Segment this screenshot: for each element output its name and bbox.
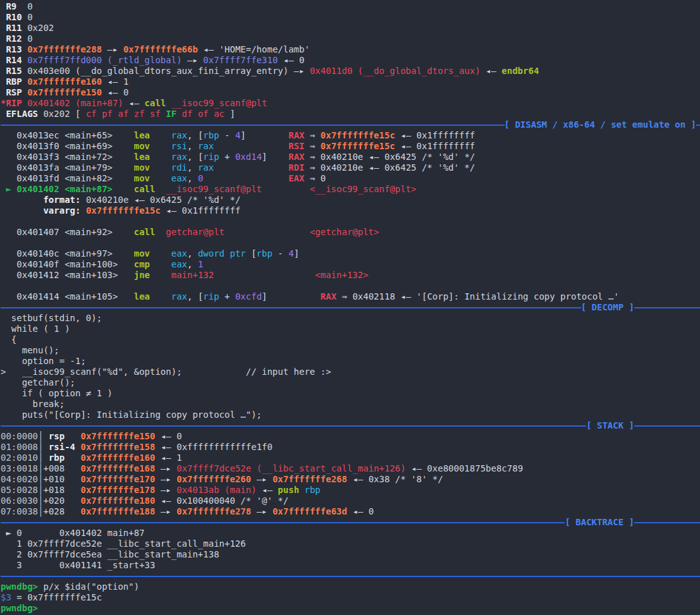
text-segment: {	[1, 334, 16, 344]
disasm-line	[1, 216, 700, 227]
text-segment: -	[219, 130, 235, 140]
text-segment: R15	[1, 66, 27, 76]
text-segment: ⇒	[305, 141, 321, 151]
terminal: R9 0 R10 0 R11 0x202 R12 0 R13 0x7ffffff…	[0, 0, 700, 615]
text-segment: ◂— 'HOME=/home/lamb'	[198, 44, 310, 54]
text-segment	[150, 130, 171, 140]
stack-line: 06:0030│+020 0x7fffffffe180 ◂— 0x1004000…	[1, 496, 700, 506]
separator-line	[634, 307, 700, 308]
gdb-prompt-input-line[interactable]: pwndbg>	[1, 603, 700, 614]
text-segment: rax	[198, 162, 214, 173]
text-segment: 0x7fffffffe268	[273, 474, 347, 484]
text-segment: rbp	[43, 453, 64, 463]
text-segment: option = -1;	[1, 356, 86, 366]
text-segment: pwndbg>	[1, 582, 43, 592]
text-segment: mov	[134, 141, 150, 151]
stack-line: 04:0020│+010 0x7fffffffe170 —▸ 0x7ffffff…	[1, 474, 700, 485]
text-segment	[214, 162, 288, 173]
text-segment: 0x401407 <main+92>	[1, 227, 134, 237]
stack-header-label: [ STACK ]	[586, 420, 634, 431]
text-segment: 0	[27, 1, 32, 11]
text-segment: 0x4013f0 <main+69>	[1, 141, 134, 151]
text-segment: , [	[187, 291, 203, 301]
text-segment: 0x7fffffffe15c	[321, 141, 395, 151]
text-segment	[64, 431, 80, 441]
text-segment	[150, 270, 171, 280]
text-segment: if ( option ≠ 1 )	[1, 388, 113, 398]
text-segment: 1	[198, 259, 203, 269]
disasm-pane: [ DISASM / x86-64 / set emulate on ] 0x4…	[1, 119, 700, 302]
text-segment: ,	[187, 259, 198, 269]
text-segment: EAX	[288, 173, 304, 183]
text-segment: 0x7fffffffe260	[176, 474, 251, 484]
disasm-line: vararg: 0x7fffffffe15c ◂— 0x1ffffffff	[1, 205, 700, 216]
text-segment: 01:0008	[1, 442, 38, 452]
text-segment	[1, 205, 43, 216]
text-segment: df of ac	[176, 109, 230, 119]
text-segment: ⇒ 0	[304, 173, 326, 183]
text-segment: 0x7fffffffe168	[80, 463, 155, 473]
text-segment	[80, 205, 85, 216]
disasm-line: 0x4013fd <main+82> mov eax, 0 EAX ⇒ 0	[1, 173, 700, 184]
text-segment: +	[219, 152, 235, 162]
decomp-header: [ DECOMP ]	[1, 302, 700, 313]
stack-line: 02:0010│ rbp 0x7fffffffe160 ◂— 1	[1, 453, 700, 463]
text-segment: 0x7fffffffe160	[27, 76, 102, 87]
text-segment: 0x7fffffffe180	[80, 496, 155, 506]
text-segment: RAX	[321, 291, 336, 301]
text-segment: 0x4013f3 <main+72>	[1, 152, 134, 162]
text-segment: 04:0020	[1, 474, 38, 484]
registers-line: R13 0x7fffffffe288 —▸ 0x7fffffffe66b ◂— …	[1, 44, 700, 55]
text-segment: setbuf(stdin, 0);	[1, 313, 102, 323]
text-segment: —▸	[102, 44, 123, 54]
disasm-line: 0x4013ec <main+65> lea rax, [rbp - 4] RA…	[1, 130, 700, 141]
text-segment: rsi	[171, 141, 187, 151]
text-segment	[166, 98, 171, 108]
text-segment: 0x4011d0 (__do_global_dtors_aux)	[310, 66, 481, 76]
text-segment: R14	[1, 55, 27, 65]
text-segment: +010	[43, 474, 80, 484]
text-segment: 3 0x401141 _start+33	[1, 560, 155, 570]
text-segment: ◂— 0x1ffffffff	[161, 205, 240, 216]
text-segment: ◂— 0	[278, 55, 304, 65]
disasm-header-label: [ DISASM / x86-64 / set emulate on ]	[505, 119, 696, 130]
text-segment: 0x40140c <main+97>	[1, 248, 134, 259]
separator-line	[634, 425, 700, 427]
text-segment: 0x202	[27, 23, 54, 33]
text-segment: ⇒	[305, 130, 321, 140]
disasm-line	[1, 281, 700, 291]
registers-line: RSP 0x7fffffffe150 ◂— 0	[1, 87, 700, 98]
registers-line: R10 0	[1, 12, 700, 23]
decomp-line: if ( option ≠ 1 )	[1, 388, 700, 399]
text-segment: 0	[27, 33, 32, 44]
text-segment: lea	[134, 152, 150, 162]
text-segment	[1, 195, 43, 205]
decomp-line: menu();	[1, 345, 700, 356]
text-segment: rax	[171, 130, 187, 140]
text-segment: lea	[134, 130, 150, 140]
text-segment: getchar@plt	[166, 227, 224, 237]
text-segment: ◂— 0x1ffffffff	[395, 141, 475, 151]
text-segment: puts("[Corp]: Initializing copy protocol…	[1, 410, 262, 420]
text-segment: —▸	[155, 463, 176, 473]
backtrace-header: [ BACKTRACE ]	[1, 517, 700, 528]
text-segment: 0x401402 (main+87)	[27, 98, 123, 108]
text-segment: ◂— 1	[102, 76, 128, 87]
text-segment: +020	[43, 496, 80, 506]
registers-line: R12 0	[1, 33, 700, 44]
text-segment: pwndbg>	[1, 603, 43, 613]
disasm-header: [ DISASM / x86-64 / set emulate on ]	[1, 119, 700, 130]
disasm-line: 0x4013f3 <main+72> lea rax, [rip + 0xd14…	[1, 152, 700, 162]
disasm-line: 0x401407 <main+92> call getchar@plt <get…	[1, 227, 700, 238]
registers-line: R14 0x7ffff7ffd000 (_rtld_global) —▸ 0x7…	[1, 55, 700, 66]
text-segment: lea	[134, 291, 150, 301]
text-segment: ]	[240, 130, 245, 140]
text-segment: ◂— 1	[155, 453, 181, 463]
text-segment: 0x4013ec <main+65>	[1, 130, 134, 140]
text-segment: rip	[203, 152, 219, 162]
text-segment: 0x7ffff7ffe310	[203, 55, 278, 65]
text-segment: 0x40210e ◂— 0x6425 /* '%d' */	[80, 195, 240, 205]
text-segment: R13	[1, 44, 27, 54]
text-segment: , [	[187, 130, 203, 140]
text-segment: ◂—	[123, 98, 145, 108]
